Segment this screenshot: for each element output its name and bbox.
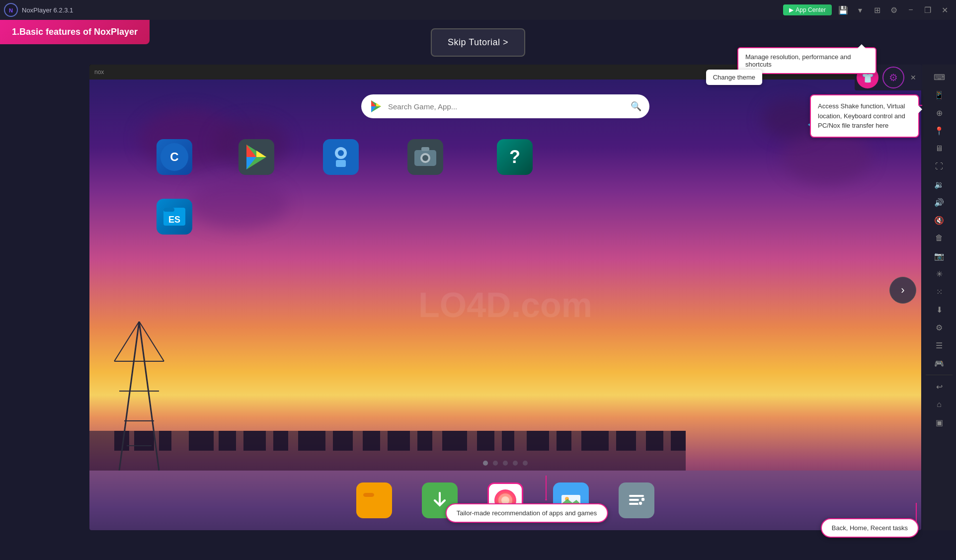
right-toolbar: ⌨ 📱 ⊕ 📍 🖥 ⛶ 🔉 🔊 🔇 🗑 📷 ✳ ⁙ ⬇ ⚙ ☰ 🎮 ↩ ⌂ ▣ [922,65,956,530]
toolbar-volume-down-icon[interactable]: 🔉 [928,176,950,193]
title-bar: N NoxPlayer 6.2.3.1 ▶ App Center 💾 ▾ ⊞ ⚙… [0,0,956,20]
svg-text:N: N [9,7,13,13]
svg-rect-13 [336,160,346,167]
toolbar-home-icon[interactable]: ⌂ [928,396,950,413]
question-app-icon[interactable]: ? [497,139,533,175]
svg-rect-39 [273,431,288,451]
files-app-icon[interactable]: ES [157,199,192,235]
power-tower-decoration [109,321,169,471]
svg-rect-45 [442,431,467,451]
google-play-icon [369,99,383,113]
svg-rect-53 [671,431,686,451]
svg-rect-49 [557,431,571,451]
search-bar[interactable]: 🔍 [361,94,649,118]
next-arrow-button[interactable]: › [889,277,916,304]
svg-rect-52 [646,431,663,451]
search-input[interactable] [388,102,626,111]
dock-arrow-line [545,476,547,500]
svg-rect-41 [333,431,353,451]
theme-settings-button[interactable]: ⚙ [882,67,904,88]
toolbar-keyboard-icon[interactable]: ⌨ [928,69,950,85]
toolbar-crosshair-icon[interactable]: ⊕ [928,104,950,121]
android-screen: 🐦 LO4D.com 🔍 C [89,80,921,530]
backup-button[interactable]: 💾 [836,3,851,17]
svg-rect-42 [363,431,380,451]
svg-rect-18 [421,147,429,151]
title-controls: 💾 ▾ ⊞ ⚙ − ❐ ✕ [836,3,952,17]
play-icon: ▶ [789,6,794,13]
emulator-logo: nox [94,69,104,76]
svg-text:?: ? [509,147,520,167]
toolbar-settings-icon[interactable]: ⚙ [928,319,950,336]
restore-button[interactable]: ❐ [920,3,935,17]
toolbar-delete-icon[interactable]: 🗑 [928,230,950,246]
toolbar-divider [926,375,953,375]
svg-rect-46 [477,431,494,451]
app-center-button[interactable]: ▶ App Center [783,4,832,15]
close-button[interactable]: ✕ [937,3,952,17]
svg-rect-47 [502,431,514,451]
toolbar-location-icon[interactable]: 📍 [928,122,950,139]
dropdown-button[interactable]: ▾ [853,3,868,17]
settings-button[interactable]: ⚙ [886,3,901,17]
settings-dock-icon[interactable] [619,482,654,518]
folder-dock-icon[interactable] [356,482,392,518]
nox-logo: N [4,3,18,17]
svg-rect-55 [363,493,374,497]
theme-close-button[interactable]: ✕ [906,71,920,84]
svg-line-31 [139,321,164,361]
svg-rect-65 [629,499,639,501]
svg-line-24 [119,321,139,471]
toolbar-screen-icon[interactable]: 📱 [928,86,950,103]
toolbar-back-icon[interactable]: ↩ [928,378,950,395]
svg-marker-11 [256,151,266,157]
google-play-app-icon[interactable] [239,139,274,175]
bottom-bar [0,530,956,560]
tooltip-shake-virtual: Access Shake function, Virtual location,… [810,94,919,138]
toolbar-gamepad-icon[interactable]: 🎮 [928,355,950,372]
toolbar-install-icon[interactable]: ⬇ [928,301,950,318]
svg-rect-50 [581,431,609,451]
toolbar-camera-icon[interactable]: 📷 [928,247,950,264]
svg-rect-51 [616,431,636,451]
emulator-window: nox 🐦 LO4D.com [89,65,921,530]
multiwindow-button[interactable]: ⊞ [870,3,884,17]
cloud-5 [189,179,288,229]
svg-rect-43 [388,431,410,451]
city-silhouette-decoration [89,431,686,471]
svg-rect-36 [189,431,214,451]
svg-marker-5 [376,103,381,106]
svg-rect-64 [629,495,644,497]
toolbar-menu-icon[interactable]: ☰ [928,337,950,354]
toolbar-expand-icon[interactable]: ⛶ [928,158,950,175]
cyberlink-app-icon[interactable]: C [157,139,192,175]
toolbar-display-icon[interactable]: 🖥 [928,140,950,157]
svg-text:ES: ES [168,215,180,225]
svg-rect-38 [243,431,266,451]
svg-line-25 [139,321,159,471]
svg-point-14 [338,150,344,156]
toolbar-multi-instance-icon[interactable]: ⁙ [928,283,950,300]
tooltip-change-theme: Change theme [706,70,762,85]
svg-line-30 [114,321,139,361]
app-title: NoxPlayer 6.2.3.1 [22,6,783,14]
tooltip-recommendation: Tailor-made recommendation of apps and g… [446,503,608,523]
tooltip-back-home-recent: Back, Home, Recent tasks [821,518,919,538]
svg-rect-22 [163,208,174,212]
svg-point-17 [422,155,428,161]
toolbar-volume-mute-icon[interactable]: 🔇 [928,212,950,229]
svg-text:C: C [170,150,178,163]
main-area: 1.Basic features of NoxPlayer Skip Tutor… [0,20,956,560]
svg-point-67 [641,497,645,501]
toolbar-recent-icon[interactable]: ▣ [928,414,950,431]
webcam-app-icon[interactable] [323,139,359,175]
search-magnifier-icon: 🔍 [631,101,641,112]
toolbar-brightness-icon[interactable]: ✳ [928,265,950,282]
camera-app-icon[interactable] [407,139,443,175]
svg-marker-71 [545,499,547,500]
toolbar-volume-up-icon[interactable]: 🔊 [928,194,950,211]
skip-tutorial-button[interactable]: Skip Tutorial > [431,28,525,57]
minimize-button[interactable]: − [903,3,918,17]
svg-rect-40 [298,431,325,451]
svg-rect-48 [527,431,549,451]
